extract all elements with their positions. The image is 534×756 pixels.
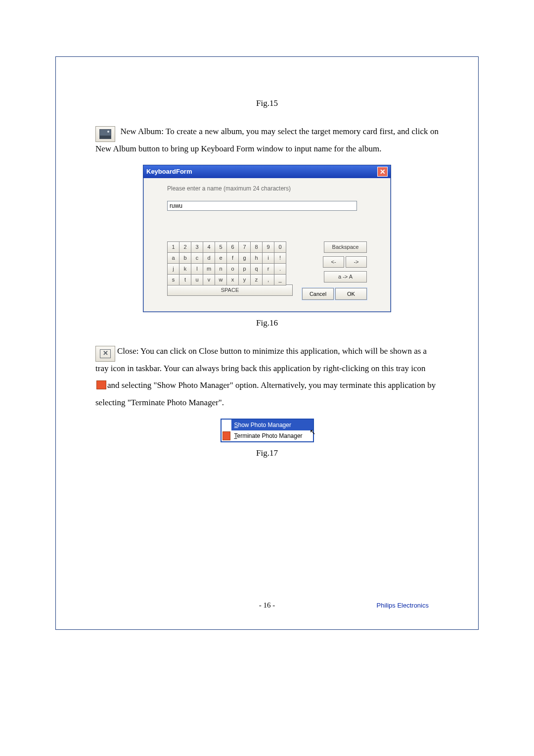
key-8[interactable]: 8 (250, 241, 263, 253)
window-close-button[interactable]: ✕ (377, 167, 388, 177)
key-h[interactable]: h (250, 252, 263, 264)
key-n[interactable]: n (215, 263, 227, 275)
tray-context-menu: Show Photo Manager Terminate Photo Manag… (221, 419, 314, 442)
ok-button[interactable]: OK (335, 288, 367, 300)
page-number: - 16 - (259, 601, 275, 610)
key-_[interactable]: _ (274, 274, 286, 285)
key-9[interactable]: 9 (262, 241, 274, 253)
key-e[interactable]: e (215, 252, 227, 264)
company-footer: Philips Electronics (377, 602, 429, 609)
key-u[interactable]: u (191, 274, 203, 285)
key-g[interactable]: g (238, 252, 251, 264)
key-m[interactable]: m (203, 263, 215, 275)
key-a[interactable]: a (167, 252, 179, 264)
key-0[interactable]: 0 (274, 241, 286, 253)
key-space[interactable]: SPACE (167, 284, 293, 296)
key-cursor-left[interactable]: <- (323, 256, 344, 268)
key-5[interactable]: 5 (215, 241, 227, 253)
key-r[interactable]: r (262, 263, 274, 275)
key-w[interactable]: w (215, 274, 227, 285)
key-![interactable]: ! (274, 252, 286, 264)
album-name-input[interactable] (167, 201, 357, 211)
x-icon: ✕ (100, 349, 111, 358)
key-d[interactable]: d (203, 252, 215, 264)
keyboard-form-title: KeyboardForm (146, 168, 192, 175)
menu-item-show-photo-manager[interactable]: Show Photo Manager (222, 420, 313, 430)
key-x[interactable]: x (226, 274, 239, 285)
key-1[interactable]: 1 (167, 241, 179, 253)
keyboard-form-window: KeyboardForm ✕ Please enter a name (maxi… (143, 165, 391, 312)
new-album-text: New Album: To create a new album, you ma… (95, 127, 439, 153)
key-z[interactable]: z (250, 274, 263, 285)
key-4[interactable]: 4 (203, 241, 215, 253)
key-y[interactable]: y (238, 274, 251, 285)
new-album-icon (95, 126, 115, 142)
key-7[interactable]: 7 (238, 241, 251, 253)
picture-icon (99, 129, 111, 139)
close-text-part1: Close: You can click on Close button to … (95, 346, 427, 373)
key-cursor-right[interactable]: -> (346, 256, 367, 268)
tray-icon (96, 380, 106, 389)
key-l[interactable]: l (191, 263, 203, 275)
key-k[interactable]: k (179, 263, 191, 275)
key-v[interactable]: v (203, 274, 215, 285)
close-text-part2: and selecting "Show Photo Manager" optio… (95, 380, 436, 407)
key-6[interactable]: 6 (226, 241, 239, 253)
new-album-paragraph: New Album: To create a new album, you ma… (95, 123, 439, 158)
tray-icon-small (222, 431, 230, 440)
key-j[interactable]: j (167, 263, 179, 275)
figure-17-caption: Fig.17 (95, 448, 439, 458)
key-backspace[interactable]: Backspace (324, 241, 367, 253)
figure-15-caption: Fig.15 (95, 98, 439, 108)
key-t[interactable]: t (179, 274, 191, 285)
key-i[interactable]: i (262, 252, 274, 264)
close-icon: ✕ (95, 346, 115, 362)
close-paragraph: ✕ Close: You can click on Close button t… (95, 343, 439, 412)
keyboard-form-titlebar: KeyboardForm ✕ (143, 165, 391, 178)
key-q[interactable]: q (250, 263, 263, 275)
key-b[interactable]: b (179, 252, 191, 264)
key-.[interactable]: . (274, 263, 286, 275)
key-c[interactable]: c (191, 252, 203, 264)
key-s[interactable]: s (167, 274, 179, 285)
cancel-button[interactable]: Cancel (302, 288, 334, 300)
key-p[interactable]: p (238, 263, 251, 275)
keyboard-form-prompt: Please enter a name (maximum 24 characte… (167, 185, 367, 192)
key-f[interactable]: f (226, 252, 239, 264)
key-2[interactable]: 2 (179, 241, 191, 253)
key-3[interactable]: 3 (191, 241, 203, 253)
key-,[interactable]: , (262, 274, 274, 285)
cursor-icon: ↖ (310, 427, 316, 436)
key-shift[interactable]: a -> A (324, 271, 367, 283)
figure-16-caption: Fig.16 (95, 318, 439, 328)
key-o[interactable]: o (226, 263, 239, 275)
onscreen-keyboard: 1234567890 abcdefghi! jklmnopqr. stuvwxy… (167, 241, 293, 296)
menu-item-terminate-photo-manager[interactable]: Terminate Photo Manager (222, 430, 313, 441)
